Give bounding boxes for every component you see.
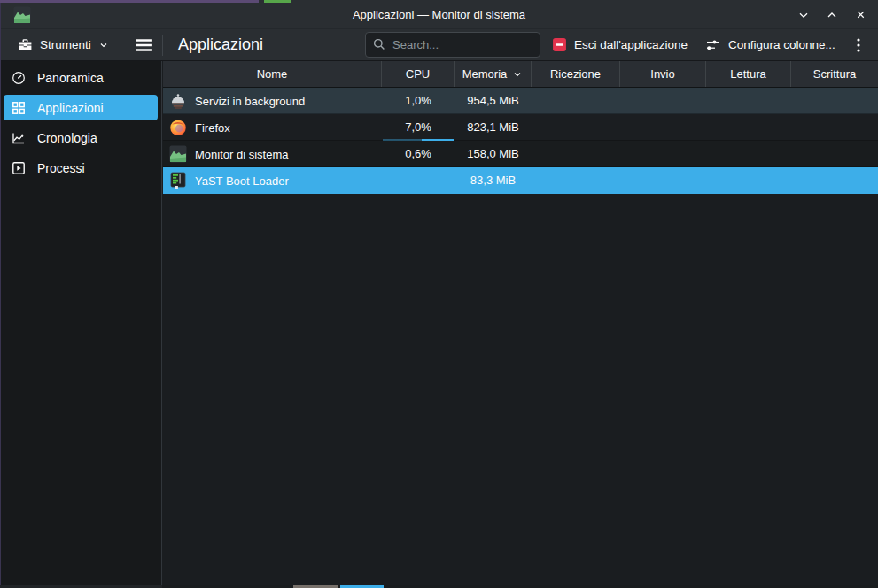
column-header-lettura[interactable]: Lettura — [706, 61, 791, 87]
titlebar[interactable]: Applicazioni — Monitor di sistema — [0, 0, 878, 29]
history-chart-icon — [12, 131, 26, 145]
app-name: Servizi in background — [195, 95, 305, 108]
scrittura-value — [791, 167, 878, 194]
memory-value: 158,0 MiB — [455, 141, 532, 167]
processes-icon — [12, 161, 26, 175]
ricezione-value — [532, 88, 620, 114]
gauge-icon — [12, 71, 26, 85]
table-row-system-monitor[interactable]: Monitor di sistema 0,6% 158,0 MiB — [163, 141, 878, 167]
column-header-cpu[interactable]: CPU — [382, 61, 455, 87]
yast-icon — [169, 172, 187, 190]
app-name: YaST Boot Loader — [195, 174, 289, 188]
minimize-button[interactable] — [793, 4, 814, 26]
tools-menu-button[interactable]: Strumenti — [12, 32, 114, 58]
maximize-button[interactable] — [821, 4, 843, 26]
sidebar-item-label: Panoramica — [37, 71, 104, 85]
column-header-ricezione[interactable]: Ricezione — [532, 61, 620, 87]
configure-columns-label: Configura colonne... — [728, 38, 835, 51]
window-title: Applicazioni — Monitor di sistema — [0, 0, 878, 29]
column-header-memoria[interactable]: Memoria — [455, 61, 532, 87]
search-box — [365, 32, 540, 58]
toolbox-icon — [18, 37, 33, 52]
firefox-icon — [169, 119, 187, 136]
memory-value: 954,5 MiB — [455, 88, 532, 114]
app-name: Firefox — [195, 121, 230, 135]
toolbar-separator — [162, 35, 163, 56]
table-row-firefox[interactable]: Firefox 7,0% 823,1 MiB — [163, 114, 878, 141]
scrittura-value — [791, 141, 878, 167]
search-input[interactable] — [365, 32, 540, 58]
tools-menu-label: Strumenti — [40, 38, 91, 51]
overflow-menu-icon[interactable] — [848, 33, 869, 58]
invio-value — [620, 114, 706, 141]
sidebar-item-label: Processi — [37, 161, 85, 175]
column-header-nome[interactable]: Nome — [163, 61, 382, 87]
scrittura-value — [791, 114, 878, 141]
lettura-value — [706, 114, 791, 141]
configure-columns-button[interactable]: Configura colonne... — [700, 32, 841, 58]
table-header: Nome CPU Memoria Ricezione Invio Lettura… — [163, 61, 878, 88]
grid-icon — [12, 101, 26, 115]
sidebar-item-cronologia[interactable]: Cronologia — [4, 125, 158, 151]
sidebar-item-label: Cronologia — [37, 131, 97, 145]
system-monitor-icon — [169, 145, 187, 163]
background-services-icon — [169, 92, 187, 110]
invio-value — [620, 88, 706, 114]
cpu-value — [382, 167, 455, 194]
sort-descending-icon — [512, 69, 523, 80]
toolbar: Strumenti Applicazioni Esci dall'applica… — [0, 29, 878, 61]
lettura-value — [706, 167, 791, 194]
scrittura-value — [791, 88, 878, 114]
close-button[interactable] — [850, 4, 871, 26]
column-header-scrittura[interactable]: Scrittura — [791, 61, 878, 87]
sliders-icon — [705, 38, 721, 52]
page-title: Applicazioni — [178, 35, 263, 54]
sidebar: Panoramica Applicazioni Cronologia Proce… — [0, 61, 162, 585]
ricezione-value — [532, 114, 620, 141]
hamburger-menu-icon[interactable] — [131, 33, 156, 58]
invio-value — [620, 141, 706, 167]
sidebar-item-label: Applicazioni — [37, 101, 104, 115]
sidebar-item-applicazioni[interactable]: Applicazioni — [4, 95, 158, 120]
memory-value: 823,1 MiB — [455, 114, 532, 141]
cpu-value: 0,6% — [382, 141, 455, 167]
invio-value — [620, 167, 706, 194]
column-header-invio[interactable]: Invio — [620, 61, 706, 87]
cpu-value: 7,0% — [382, 114, 455, 141]
applications-table: Nome CPU Memoria Ricezione Invio Lettura… — [163, 61, 878, 585]
system-monitor-window: Applicazioni — Monitor di sistema Strume… — [0, 0, 878, 588]
sidebar-item-panoramica[interactable]: Panoramica — [4, 65, 158, 90]
quit-application-button[interactable]: Esci dall'applicazione — [547, 32, 693, 58]
app-name: Monitor di sistema — [195, 148, 288, 161]
desktop-wallpaper-edge — [0, 0, 259, 3]
table-row-yast-boot-loader[interactable]: YaST Boot Loader 83,3 MiB — [163, 167, 878, 194]
cpu-value: 1,0% — [382, 88, 455, 114]
memory-value: 83,3 MiB — [455, 167, 532, 194]
ricezione-value — [532, 167, 620, 194]
table-row-background-services[interactable]: Servizi in background 1,0% 954,5 MiB — [163, 88, 878, 114]
lettura-value — [706, 88, 791, 114]
quit-icon — [552, 37, 567, 52]
quit-label: Esci dall'applicazione — [574, 38, 688, 51]
chevron-down-icon — [98, 40, 109, 50]
sidebar-item-processi[interactable]: Processi — [4, 155, 158, 181]
ricezione-value — [532, 141, 620, 167]
lettura-value — [706, 141, 791, 167]
desktop-wallpaper-edge-green — [264, 0, 291, 3]
desktop-wallpaper-left-edge — [0, 3, 1, 585]
